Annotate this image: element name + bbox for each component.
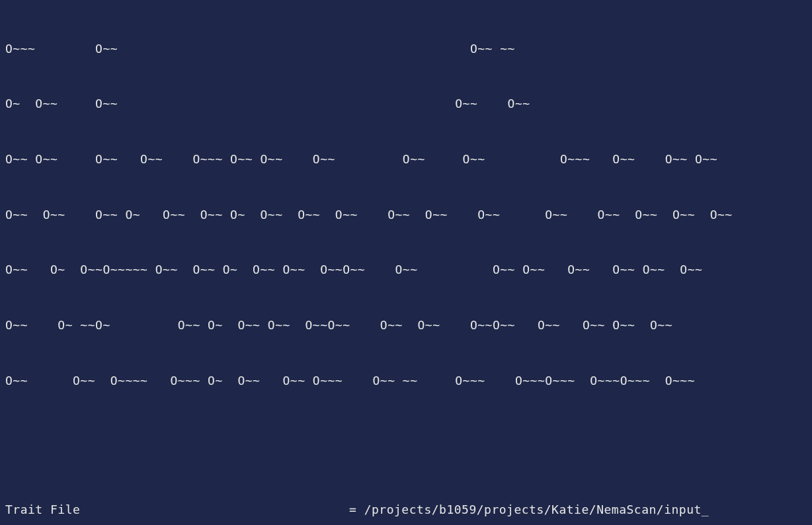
banner-line: O~~ O~ O~~O~~~~~ O~~ O~~ O~ O~~ O~~ O~~O…: [5, 261, 807, 279]
blank-line: [5, 426, 807, 445]
param-sep: =: [349, 503, 364, 516]
banner-line: O~~ O~~ O~~ O~~ O~~~ O~~ O~~ O~~ O~~ O~~…: [5, 150, 807, 169]
param-trait-file: Trait File= /projects/b1059/projects/Kat…: [5, 501, 807, 519]
terminal-output: O~~~ O~~ O~~ ~~ O~ O~~ O~~ O~~ O~~ O~~ O…: [0, 0, 812, 525]
banner-line: O~~ O~~ O~~~~ O~~~ O~ O~~ O~~ O~~~ O~~ ~…: [5, 372, 807, 390]
banner-line: O~~ O~ ~~O~ O~~ O~ O~~ O~~ O~~O~~ O~~ O~…: [5, 316, 807, 335]
param-label: Trait File: [5, 501, 349, 519]
banner-line: O~ O~~ O~~ O~~ O~~: [5, 95, 807, 113]
banner-line: O~~~ O~~ O~~ ~~: [5, 40, 807, 58]
param-value: /projects/b1059/projects/Katie/NemaScan/…: [364, 503, 710, 516]
banner-line: O~~ O~~ O~~ O~ O~~ O~~ O~ O~~ O~~ O~~ O~…: [5, 206, 807, 224]
